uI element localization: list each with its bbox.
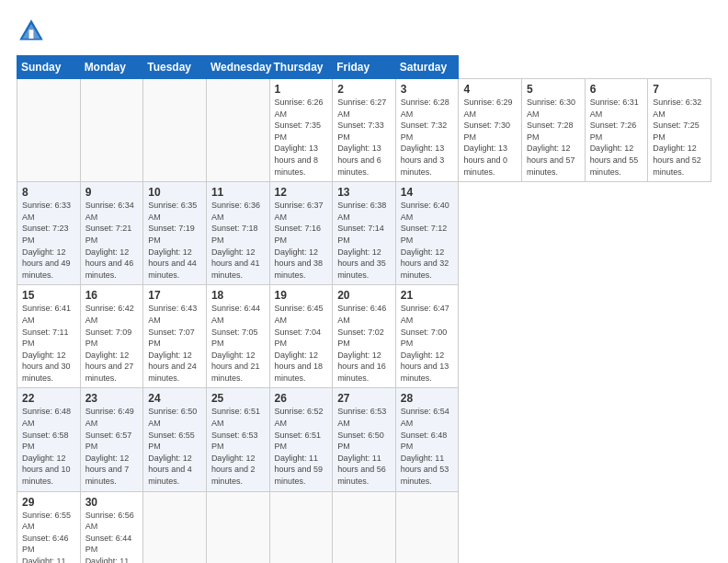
week-row-3: 22Sunrise: 6:48 AM Sunset: 6:58 PM Dayli… xyxy=(17,388,711,491)
day-number: 18 xyxy=(211,289,265,302)
day-info: Sunrise: 6:40 AM Sunset: 7:12 PM Dayligh… xyxy=(401,200,454,281)
day-number: 5 xyxy=(527,83,580,96)
day-info: Sunrise: 6:35 AM Sunset: 7:19 PM Dayligh… xyxy=(148,200,201,281)
day-info: Sunrise: 6:51 AM Sunset: 6:53 PM Dayligh… xyxy=(211,406,265,487)
calendar-cell xyxy=(333,491,396,563)
day-info: Sunrise: 6:32 AM Sunset: 7:25 PM Dayligh… xyxy=(653,97,706,178)
day-number: 13 xyxy=(337,186,391,199)
day-info: Sunrise: 6:43 AM Sunset: 7:07 PM Dayligh… xyxy=(148,303,201,384)
day-number: 17 xyxy=(148,289,201,302)
day-info: Sunrise: 6:28 AM Sunset: 7:32 PM Dayligh… xyxy=(401,97,454,178)
day-number: 20 xyxy=(337,289,391,302)
day-info: Sunrise: 6:42 AM Sunset: 7:09 PM Dayligh… xyxy=(85,303,139,384)
day-info: Sunrise: 6:33 AM Sunset: 7:23 PM Dayligh… xyxy=(22,200,75,281)
calendar-cell: 30Sunrise: 6:56 AM Sunset: 6:44 PM Dayli… xyxy=(80,491,143,563)
calendar-cell: 6Sunrise: 6:31 AM Sunset: 7:26 PM Daylig… xyxy=(585,79,648,182)
calendar-body: 1Sunrise: 6:26 AM Sunset: 7:35 PM Daylig… xyxy=(17,79,711,564)
day-info: Sunrise: 6:36 AM Sunset: 7:18 PM Dayligh… xyxy=(211,200,265,281)
calendar-cell: 14Sunrise: 6:40 AM Sunset: 7:12 PM Dayli… xyxy=(395,182,459,285)
calendar-cell: 17Sunrise: 6:43 AM Sunset: 7:07 PM Dayli… xyxy=(143,285,207,388)
day-info: Sunrise: 6:38 AM Sunset: 7:14 PM Dayligh… xyxy=(337,200,391,281)
day-number: 28 xyxy=(401,392,454,405)
day-info: Sunrise: 6:55 AM Sunset: 6:46 PM Dayligh… xyxy=(22,510,75,563)
day-info: Sunrise: 6:48 AM Sunset: 6:58 PM Dayligh… xyxy=(22,406,75,487)
week-row-0: 1Sunrise: 6:26 AM Sunset: 7:35 PM Daylig… xyxy=(17,79,711,182)
day-info: Sunrise: 6:54 AM Sunset: 6:48 PM Dayligh… xyxy=(401,406,454,487)
column-header-monday: Monday xyxy=(80,56,143,79)
day-info: Sunrise: 6:49 AM Sunset: 6:57 PM Dayligh… xyxy=(85,406,139,487)
calendar-cell: 13Sunrise: 6:38 AM Sunset: 7:14 PM Dayli… xyxy=(333,182,396,285)
day-info: Sunrise: 6:45 AM Sunset: 7:04 PM Dayligh… xyxy=(275,303,328,384)
calendar-cell: 16Sunrise: 6:42 AM Sunset: 7:09 PM Dayli… xyxy=(80,285,143,388)
day-number: 21 xyxy=(401,289,454,302)
svg-rect-2 xyxy=(29,29,34,39)
calendar-cell: 15Sunrise: 6:41 AM Sunset: 7:11 PM Dayli… xyxy=(17,285,81,388)
day-number: 4 xyxy=(463,83,517,96)
calendar-cell: 18Sunrise: 6:44 AM Sunset: 7:05 PM Dayli… xyxy=(206,285,269,388)
day-number: 23 xyxy=(85,392,139,405)
day-info: Sunrise: 6:26 AM Sunset: 7:35 PM Dayligh… xyxy=(275,97,328,178)
header xyxy=(17,17,711,46)
calendar-cell xyxy=(395,491,459,563)
calendar-cell: 11Sunrise: 6:36 AM Sunset: 7:18 PM Dayli… xyxy=(206,182,269,285)
day-info: Sunrise: 6:34 AM Sunset: 7:21 PM Dayligh… xyxy=(85,200,139,281)
calendar-cell xyxy=(143,79,207,182)
column-header-sunday: Sunday xyxy=(17,56,81,79)
day-info: Sunrise: 6:50 AM Sunset: 6:55 PM Dayligh… xyxy=(148,406,201,487)
calendar-cell: 29Sunrise: 6:55 AM Sunset: 6:46 PM Dayli… xyxy=(17,491,81,563)
header-row: SundayMondayTuesdayWednesdayThursdayFrid… xyxy=(17,56,711,79)
calendar-cell xyxy=(80,79,143,182)
calendar-cell: 20Sunrise: 6:46 AM Sunset: 7:02 PM Dayli… xyxy=(333,285,396,388)
calendar-cell: 2Sunrise: 6:27 AM Sunset: 7:33 PM Daylig… xyxy=(333,79,396,182)
day-number: 7 xyxy=(653,83,706,96)
page: SundayMondayTuesdayWednesdayThursdayFrid… xyxy=(0,0,728,563)
calendar-table: SundayMondayTuesdayWednesdayThursdayFrid… xyxy=(17,55,711,563)
calendar-cell: 3Sunrise: 6:28 AM Sunset: 7:32 PM Daylig… xyxy=(395,79,459,182)
day-info: Sunrise: 6:46 AM Sunset: 7:02 PM Dayligh… xyxy=(337,303,391,384)
day-info: Sunrise: 6:31 AM Sunset: 7:26 PM Dayligh… xyxy=(590,97,643,178)
week-row-2: 15Sunrise: 6:41 AM Sunset: 7:11 PM Dayli… xyxy=(17,285,711,388)
calendar-cell: 23Sunrise: 6:49 AM Sunset: 6:57 PM Dayli… xyxy=(80,388,143,491)
day-info: Sunrise: 6:56 AM Sunset: 6:44 PM Dayligh… xyxy=(85,510,139,563)
day-number: 16 xyxy=(85,289,139,302)
day-info: Sunrise: 6:52 AM Sunset: 6:51 PM Dayligh… xyxy=(275,406,328,487)
day-number: 1 xyxy=(275,83,328,96)
day-info: Sunrise: 6:27 AM Sunset: 7:33 PM Dayligh… xyxy=(337,97,391,178)
day-number: 12 xyxy=(275,186,328,199)
calendar-cell: 25Sunrise: 6:51 AM Sunset: 6:53 PM Dayli… xyxy=(206,388,269,491)
day-number: 9 xyxy=(85,186,139,199)
day-number: 2 xyxy=(337,83,391,96)
day-info: Sunrise: 6:41 AM Sunset: 7:11 PM Dayligh… xyxy=(22,303,75,384)
day-number: 11 xyxy=(211,186,265,199)
week-row-4: 29Sunrise: 6:55 AM Sunset: 6:46 PM Dayli… xyxy=(17,491,711,563)
day-number: 25 xyxy=(211,392,265,405)
week-row-1: 8Sunrise: 6:33 AM Sunset: 7:23 PM Daylig… xyxy=(17,182,711,285)
column-header-saturday: Saturday xyxy=(395,56,459,79)
calendar-cell: 12Sunrise: 6:37 AM Sunset: 7:16 PM Dayli… xyxy=(269,182,333,285)
day-info: Sunrise: 6:29 AM Sunset: 7:30 PM Dayligh… xyxy=(463,97,517,178)
calendar-cell: 27Sunrise: 6:53 AM Sunset: 6:50 PM Dayli… xyxy=(333,388,396,491)
calendar-cell: 19Sunrise: 6:45 AM Sunset: 7:04 PM Dayli… xyxy=(269,285,333,388)
calendar-cell: 1Sunrise: 6:26 AM Sunset: 7:35 PM Daylig… xyxy=(269,79,333,182)
day-number: 19 xyxy=(275,289,328,302)
day-number: 22 xyxy=(22,392,75,405)
day-number: 8 xyxy=(22,186,75,199)
day-number: 15 xyxy=(22,289,75,302)
day-number: 29 xyxy=(22,496,75,509)
column-header-tuesday: Tuesday xyxy=(143,56,207,79)
day-number: 14 xyxy=(401,186,454,199)
day-number: 27 xyxy=(337,392,391,405)
calendar-cell: 8Sunrise: 6:33 AM Sunset: 7:23 PM Daylig… xyxy=(17,182,81,285)
calendar-cell xyxy=(143,491,207,563)
day-info: Sunrise: 6:53 AM Sunset: 6:50 PM Dayligh… xyxy=(337,406,391,487)
day-number: 6 xyxy=(590,83,643,96)
day-info: Sunrise: 6:30 AM Sunset: 7:28 PM Dayligh… xyxy=(527,97,580,178)
calendar-cell: 5Sunrise: 6:30 AM Sunset: 7:28 PM Daylig… xyxy=(522,79,586,182)
calendar-cell: 9Sunrise: 6:34 AM Sunset: 7:21 PM Daylig… xyxy=(80,182,143,285)
calendar-cell xyxy=(269,491,333,563)
calendar-cell: 21Sunrise: 6:47 AM Sunset: 7:00 PM Dayli… xyxy=(395,285,459,388)
logo-icon xyxy=(17,17,46,46)
calendar-cell: 22Sunrise: 6:48 AM Sunset: 6:58 PM Dayli… xyxy=(17,388,81,491)
calendar-cell: 4Sunrise: 6:29 AM Sunset: 7:30 PM Daylig… xyxy=(459,79,522,182)
column-header-wednesday: Wednesday xyxy=(206,56,269,79)
